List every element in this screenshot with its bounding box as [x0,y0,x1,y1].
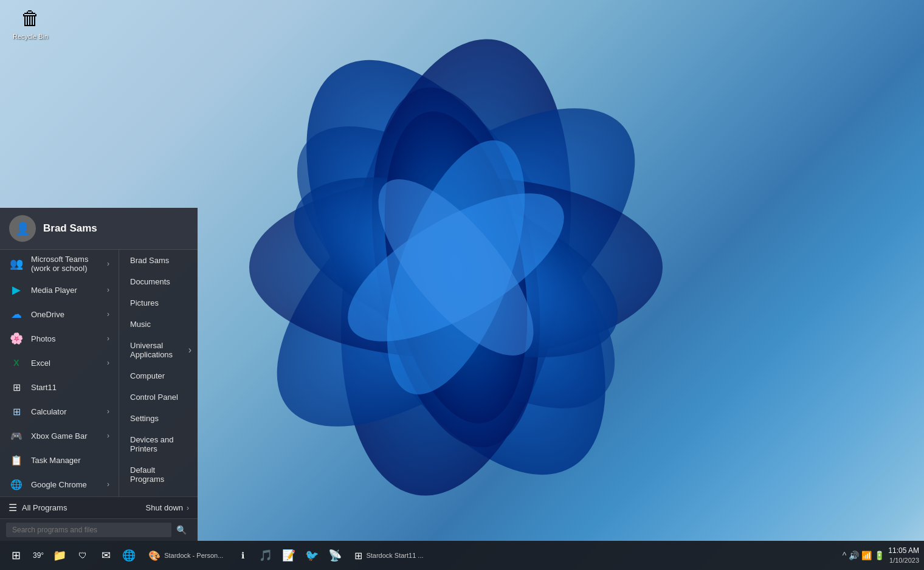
program-item-excel[interactable]: X Excel › [0,351,119,375]
taskbar-mail[interactable]: ✉ [95,544,117,566]
clock-date: 1/10/2023 [888,556,919,565]
taskbar-spotify[interactable]: 🎵 [255,544,277,566]
program-item-chrome[interactable]: 🌐 Google Chrome › [0,472,119,496]
svg-point-6 [271,140,641,394]
media-player-arrow: › [107,286,109,294]
onedrive-arrow: › [107,310,109,318]
svg-point-2 [226,52,686,482]
onedrive-label: OneDrive [31,310,107,319]
folder-computer-label: Computer [130,371,165,380]
calculator-label: Calculator [31,407,107,416]
xbox-icon: 🎮 [9,428,24,443]
taskbar-notion[interactable]: 📝 [278,544,300,566]
folder-control-panel[interactable]: Control Panel [119,386,198,408]
taskbar-right: ^ 🔊 📶 🔋 11:05 AM 1/10/2023 [843,546,919,565]
stardock-persona-label: Stardock - Person... [164,552,223,559]
taskbar-twitter[interactable]: 🐦 [301,544,323,566]
tray-battery-icon[interactable]: 🔋 [874,551,884,560]
user-name: Brad Sams [43,222,97,235]
program-item-media-player[interactable]: ▶ Media Player › [0,278,119,302]
taskbar-stardock-persona[interactable]: 🎨 Stardock - Person... [141,548,230,564]
bloom-decoration [182,0,729,570]
folder-documents-label: Documents [130,277,170,286]
media-player-label: Media Player [31,286,107,295]
svg-point-4 [252,77,660,458]
taskbar-edge[interactable]: 🌐 [118,544,140,566]
clock[interactable]: 11:05 AM 1/10/2023 [888,546,919,565]
stardock-start11-icon: ⊞ [354,550,362,561]
folder-default-programs-label: Default Programs [130,465,164,484]
folder-universal-apps[interactable]: Universal Applications [119,335,198,365]
recycle-bin-icon[interactable]: 🗑 Recycle Bin [6,6,55,41]
tray-network-icon[interactable]: 📶 [861,551,872,560]
program-item-calculator[interactable]: ⊞ Calculator › [0,399,119,424]
folder-music[interactable]: Music [119,314,198,335]
program-item-photos[interactable]: 🌸 Photos › [0,326,119,351]
taskbar-security[interactable]: 🛡 [72,544,94,566]
shutdown-arrow: › [187,504,189,512]
desktop: 🗑 Recycle Bin 👤 Brad Sams 👥 Microsoft Te… [0,0,924,570]
search-input[interactable] [6,523,171,537]
folder-brad-sams-label: Brad Sams [130,256,169,265]
svg-point-1 [308,21,604,514]
search-button[interactable]: 🔍 [171,523,191,537]
start-menu: 👤 Brad Sams 👥 Microsoft Teams (work or s… [0,208,198,541]
program-item-onedrive[interactable]: ☁ OneDrive › [0,302,119,326]
teams-arrow: › [107,259,109,268]
recycle-bin-label: Recycle Bin [13,33,48,41]
taskbar-info[interactable]: ℹ [232,544,253,566]
folder-devices-printers[interactable]: Devices and Printers [119,429,198,459]
start11-label: Start11 [31,383,109,392]
chrome-icon: 🌐 [9,477,24,492]
teams-icon: 👥 [9,256,24,271]
taskbar-rss[interactable]: 📡 [324,544,346,566]
chrome-label: Google Chrome [31,480,107,489]
svg-point-0 [246,13,666,522]
program-item-task-manager[interactable]: 📋 Task Manager [0,448,119,472]
excel-arrow: › [107,359,109,367]
menu-main-area: 👥 Microsoft Teams (work or school) › ▶ M… [0,250,198,496]
photos-arrow: › [107,334,109,343]
tray-expand-icon[interactable]: ^ [843,551,847,560]
program-item-teams[interactable]: 👥 Microsoft Teams (work or school) › [0,250,119,278]
user-avatar: 👤 [9,215,36,242]
excel-label: Excel [31,359,107,368]
folder-control-panel-label: Control Panel [130,393,178,402]
all-programs-button[interactable]: ☰ All Programs [9,502,67,513]
folder-documents[interactable]: Documents [119,271,198,292]
calculator-icon: ⊞ [9,404,24,419]
svg-point-10 [353,156,559,379]
svg-point-3 [249,176,663,359]
stardock-persona-icon: 🎨 [148,550,160,561]
search-container: 🔍 [0,518,198,541]
folder-brad-sams[interactable]: Brad Sams [119,250,198,271]
recycle-bin-image: 🗑 [18,6,43,30]
folder-pictures-label: Pictures [130,298,159,307]
media-player-icon: ▶ [9,283,24,297]
folder-settings[interactable]: Settings [119,408,198,429]
teams-label: Microsoft Teams (work or school) [31,255,107,273]
start-button[interactable]: ⊞ [5,544,27,566]
excel-icon: X [9,355,24,370]
program-item-xbox[interactable]: 🎮 Xbox Game Bar › [0,424,119,448]
program-item-start11[interactable]: ⊞ Start11 [0,375,119,399]
folder-pictures[interactable]: Pictures [119,292,198,314]
clock-time: 11:05 AM [888,546,919,556]
folder-computer[interactable]: Computer [119,365,198,386]
folder-settings-label: Settings [130,414,159,423]
taskbar-left: ⊞ 39° [5,544,46,566]
all-programs-icon: ☰ [9,502,17,513]
shutdown-button[interactable]: Shut down › [146,503,189,512]
tray-volume-icon[interactable]: 🔊 [849,551,859,560]
user-section[interactable]: 👤 Brad Sams [0,208,198,250]
chrome-arrow: › [107,480,109,489]
programs-list: 👥 Microsoft Teams (work or school) › ▶ M… [0,250,119,496]
system-tray: ^ 🔊 📶 🔋 [843,551,885,560]
task-manager-label: Task Manager [31,456,109,465]
taskbar-stardock-start11[interactable]: ⊞ Stardock Start11 ... [347,548,430,564]
xbox-arrow: › [107,431,109,440]
temperature-display: 39° [33,551,44,560]
start11-icon: ⊞ [9,380,24,394]
taskbar-file-explorer[interactable]: 📁 [49,544,71,566]
folder-default-programs[interactable]: Default Programs [119,459,198,490]
